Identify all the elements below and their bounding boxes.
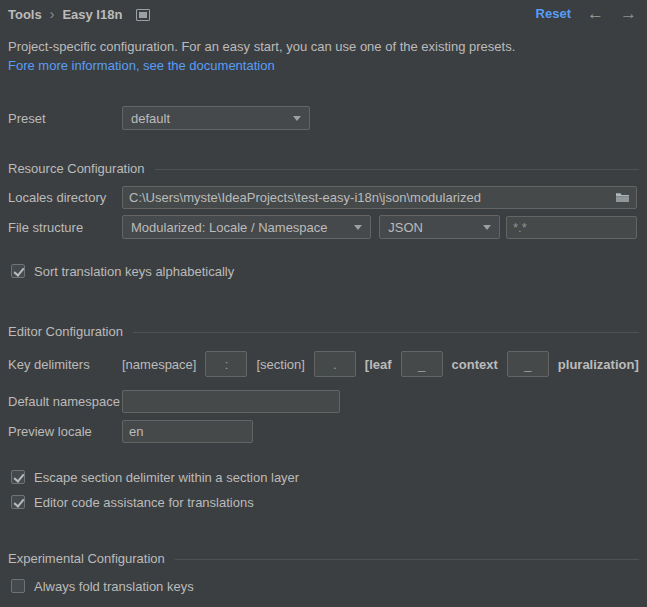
fold-keys-checkbox[interactable]: Always fold translation keys (11, 578, 194, 594)
context-delimiter-label: context (452, 357, 498, 372)
topbar-actions: Reset ← → (536, 5, 637, 22)
default-namespace-row: Default namespace (8, 389, 637, 413)
checkbox-icon[interactable] (11, 470, 25, 484)
forward-arrow-icon[interactable]: → (620, 5, 637, 22)
preset-label: Preset (8, 111, 122, 126)
plural-delimiter-input[interactable] (507, 351, 549, 377)
chevron-down-icon (354, 225, 362, 230)
breadcrumb-easy-i18n: Easy I18n (62, 7, 122, 22)
locales-directory-label: Locales directory (8, 190, 122, 205)
chevron-down-icon (293, 116, 301, 121)
file-pattern-input[interactable] (506, 216, 637, 239)
locales-directory-input[interactable] (122, 186, 637, 209)
namespace-delimiter-input[interactable] (205, 351, 247, 377)
reset-button[interactable]: Reset (536, 6, 571, 21)
checkbox-icon[interactable] (11, 264, 25, 278)
checkmark-icon (13, 265, 24, 277)
chevron-down-icon (483, 225, 491, 230)
leaf-delimiter-label: [leaf (365, 357, 392, 372)
folder-icon[interactable] (615, 191, 630, 204)
default-namespace-input[interactable] (122, 390, 340, 413)
preset-row: Preset default (8, 105, 637, 131)
section-delimiter-label: [section] (256, 357, 304, 372)
escape-delimiter-checkbox-label: Escape section delimiter within a sectio… (34, 470, 299, 485)
resource-section-title: Resource Configuration (8, 161, 145, 176)
section-divider (155, 169, 639, 170)
editor-section-header: Editor Configuration (8, 324, 639, 338)
file-structure-dropdown-value: Modularized: Locale / Namespace (131, 220, 328, 235)
preview-locale-label: Preview locale (8, 424, 122, 439)
editor-section-title: Editor Configuration (8, 324, 123, 339)
escape-delimiter-checkbox[interactable]: Escape section delimiter within a sectio… (11, 469, 299, 485)
key-delimiters-row: Key delimiters [namespace] [section] [le… (8, 350, 637, 378)
chevron-right-icon: › (50, 8, 55, 21)
documentation-link[interactable]: Fore more information, see the documenta… (8, 58, 275, 73)
default-namespace-label: Default namespace (8, 394, 122, 409)
preset-dropdown-value: default (131, 111, 170, 126)
file-structure-label: File structure (8, 220, 122, 235)
intro-description: Project-specific configuration. For an e… (8, 39, 515, 54)
breadcrumb-tools[interactable]: Tools (8, 7, 42, 22)
key-delimiters-label: Key delimiters (8, 357, 122, 372)
key-delimiters-controls: [namespace] [section] [leaf context plur… (122, 351, 639, 377)
file-structure-row: File structure Modularized: Locale / Nam… (8, 214, 637, 240)
checkbox-icon[interactable] (11, 579, 25, 593)
pluralization-delimiter-label: pluralization] (558, 357, 639, 372)
code-assistance-checkbox[interactable]: Editor code assistance for translations (11, 494, 254, 510)
easy-i18n-settings-panel: Tools › Easy I18n Reset ← → Project-spec… (0, 0, 647, 607)
resource-section-header: Resource Configuration (8, 161, 639, 175)
section-delimiter-input[interactable] (314, 351, 356, 377)
locales-directory-field-wrap (122, 186, 637, 209)
settings-topbar: Tools › Easy I18n Reset ← → (0, 0, 647, 30)
file-structure-dropdown[interactable]: Modularized: Locale / Namespace (122, 215, 371, 239)
preset-dropdown[interactable]: default (122, 106, 310, 130)
back-arrow-icon[interactable]: ← (587, 5, 604, 22)
fold-keys-checkbox-label: Always fold translation keys (34, 579, 194, 594)
file-parser-dropdown[interactable]: JSON (379, 215, 500, 239)
window-icon (136, 9, 150, 21)
experimental-section-header: Experimental Configuration (8, 551, 639, 565)
file-parser-dropdown-value: JSON (388, 220, 423, 235)
section-divider (175, 559, 639, 560)
preview-locale-row: Preview locale (8, 419, 637, 443)
section-divider (133, 332, 639, 333)
experimental-section-title: Experimental Configuration (8, 551, 165, 566)
breadcrumb: Tools › Easy I18n (8, 7, 150, 22)
namespace-delimiter-label: [namespace] (122, 357, 196, 372)
checkmark-icon (13, 471, 24, 483)
checkbox-icon[interactable] (11, 495, 25, 509)
sort-keys-checkbox[interactable]: Sort translation keys alphabetically (11, 263, 234, 279)
checkmark-icon (13, 496, 24, 508)
preview-locale-input[interactable] (122, 420, 253, 443)
context-delimiter-input[interactable] (401, 351, 443, 377)
locales-directory-row: Locales directory (8, 185, 637, 210)
sort-keys-checkbox-label: Sort translation keys alphabetically (34, 264, 234, 279)
code-assistance-checkbox-label: Editor code assistance for translations (34, 495, 254, 510)
